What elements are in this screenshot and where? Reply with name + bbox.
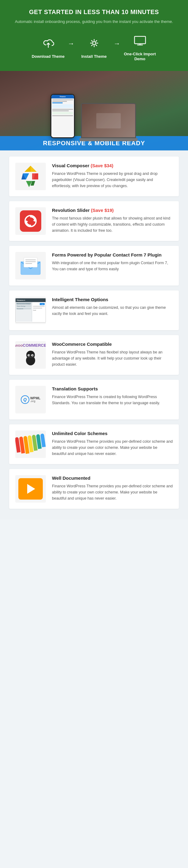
svg-marker-6 — [25, 166, 31, 172]
color-swatches-icon — [15, 434, 46, 455]
monitor-icon — [131, 32, 149, 49]
hero-subtitle: Automatic install onboarding process, gu… — [12, 19, 176, 25]
well-documented-desc: Finance WordPress Theme provides you per… — [52, 483, 173, 501]
color-schemes-text: Unlimited Color Schemes Finance WordPres… — [52, 431, 173, 457]
wpml-logo: Q WPML .org — [21, 395, 41, 404]
play-button-icon — [27, 484, 35, 494]
woocommerce-text: WooCommerce Compatible Finance WordPress… — [52, 341, 173, 368]
translation-icon-wrap: Q WPML .org — [15, 386, 46, 413]
feature-visual-composer: Visual Composer (Save $34) Finance WordP… — [9, 157, 179, 196]
visual-composer-icon — [18, 164, 43, 189]
arrow-1: → — [68, 40, 74, 54]
contact-form-text: Forms Powered by Popular Contact Form 7 … — [52, 252, 173, 272]
gear-install-icon — [86, 35, 103, 52]
color-schemes-title: Unlimited Color Schemes — [52, 431, 173, 437]
svg-rect-23 — [26, 354, 35, 356]
feature-woocommerce: wooCOMMERCE — [9, 335, 179, 375]
steps-row: Download Theme → Install Theme → One- — [12, 32, 176, 62]
revolution-slider-title: Revolution Slider (Save $19) — [52, 207, 173, 213]
woocommerce-icon-wrap: wooCOMMERCE — [15, 341, 46, 369]
color-schemes-icon-wrap — [15, 431, 46, 458]
translation-title: Translation Supports — [52, 386, 173, 392]
arrow-2: → — [114, 40, 120, 54]
theme-options-title: Intelligent Theme Options — [52, 297, 173, 303]
visual-composer-icon-wrap — [15, 163, 46, 190]
woocommerce-desc: Finance WordPress Theme has flexibel sho… — [52, 349, 173, 368]
step-install: Install Theme — [76, 35, 113, 59]
features-section: Visual Composer (Save $34) Finance WordP… — [0, 150, 188, 520]
theme-options-icon-wrap: Finance ♦ WooCommerce Settings Theme Set… — [15, 297, 46, 324]
woocommerce-title: WooCommerce Compatible — [52, 341, 173, 347]
theme-options-desc: Almost all elements can be customized, s… — [52, 305, 173, 317]
visual-composer-desc: Finance WordPress Theme is powered by gr… — [52, 170, 173, 189]
feature-revolution-slider: Revolution Slider (Save $19) The most fa… — [9, 201, 179, 241]
feature-contact-form: Forms Powered by Popular Contact Form 7 … — [9, 246, 179, 285]
svg-point-1 — [93, 41, 96, 44]
step-install-label: Install Theme — [81, 54, 107, 59]
color-schemes-desc: Finance WordPress Theme provides you per… — [52, 438, 173, 457]
step-import: One-Click Import Demo — [122, 32, 158, 62]
ninja-figure — [23, 349, 38, 367]
contact-form-desc: With integration of one the most popular… — [52, 260, 173, 272]
svg-rect-28 — [27, 356, 34, 358]
svg-marker-5 — [31, 166, 37, 172]
contact-form-icon-wrap — [15, 252, 46, 279]
feature-well-documented: Well Documented Finance WordPress Theme … — [9, 469, 179, 509]
responsive-section: Finance RE — [0, 71, 188, 150]
feature-theme-options: Finance ♦ WooCommerce Settings Theme Set… — [9, 290, 179, 330]
revolution-slider-desc: The most famous slider plusin that allow… — [52, 215, 173, 234]
well-documented-text: Well Documented Finance WordPress Theme … — [52, 475, 173, 501]
theme-options-header: Finance ♦ — [15, 299, 45, 302]
cloud-download-icon — [40, 35, 57, 52]
translation-desc: Finance WordPress Theme is created by fo… — [52, 394, 173, 406]
feature-translation: Q WPML .org Translation Supports Finance… — [9, 380, 179, 420]
visual-composer-title: Visual Composer (Save $34) — [52, 163, 173, 169]
theme-options-icon: Finance ♦ WooCommerce Settings Theme Set… — [15, 298, 46, 322]
contact-form-icon — [18, 255, 43, 276]
translation-text: Translation Supports Finance WordPress T… — [52, 386, 173, 406]
phone-header: Finance — [51, 95, 74, 98]
svg-rect-17 — [24, 257, 37, 267]
visual-composer-save: (Save $34) — [91, 163, 113, 168]
step-import-label: One-Click Import Demo — [122, 52, 158, 62]
theme-options-text: Intelligent Theme Options Almost all ele… — [52, 297, 173, 317]
feature-color-schemes: Unlimited Color Schemes Finance WordPres… — [9, 424, 179, 464]
well-documented-title: Well Documented — [52, 475, 173, 481]
svg-point-27 — [32, 355, 33, 356]
revolution-slider-text: Revolution Slider (Save $19) The most fa… — [52, 207, 173, 234]
revolution-slider-icon — [20, 210, 41, 232]
visual-composer-text: Visual Composer (Save $34) Finance WordP… — [52, 163, 173, 189]
contact-form-title: Forms Powered by Popular Contact Form 7 … — [52, 252, 173, 258]
hero-section: GET STARTED IN LESS THAN 10 MINUTES Auto… — [0, 0, 188, 71]
well-documented-icon — [18, 478, 43, 500]
step-download: Download Theme — [30, 35, 67, 59]
revolution-slider-save: (Save $19) — [91, 208, 114, 213]
revolution-slider-icon-wrap — [15, 207, 46, 235]
well-documented-icon-wrap — [15, 475, 46, 503]
step-download-label: Download Theme — [32, 54, 65, 59]
svg-rect-2 — [134, 36, 146, 44]
hero-title: GET STARTED IN LESS THAN 10 MINUTES — [12, 8, 176, 16]
woocommerce-logo: wooCOMMERCE — [15, 343, 46, 348]
svg-point-26 — [29, 355, 30, 356]
